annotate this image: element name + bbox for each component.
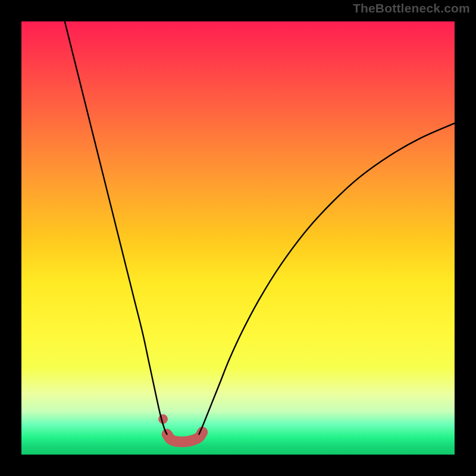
plot-area bbox=[21, 21, 455, 455]
chart-frame: TheBottleneck.com bbox=[0, 0, 476, 476]
curves-layer bbox=[21, 21, 455, 455]
left-branch bbox=[65, 21, 167, 434]
watermark-label: TheBottleneck.com bbox=[353, 1, 470, 15]
right-branch bbox=[199, 123, 455, 434]
